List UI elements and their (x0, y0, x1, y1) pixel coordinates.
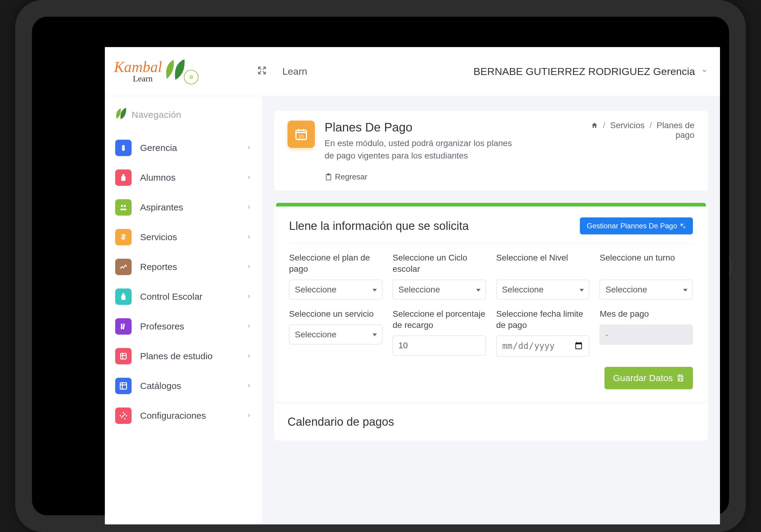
tablet-inner-bezel: Kambal Learn ≡ Lear (32, 17, 729, 515)
nav-label: Catálogos (140, 381, 181, 391)
mes-readonly: - (600, 325, 693, 345)
save-icon (676, 374, 684, 382)
nav-label: Profesores (140, 321, 184, 332)
recargo-label: Seleccione el porcentaje de recargo (393, 308, 486, 331)
sidebar-item-servicios[interactable]: Servicios (111, 222, 256, 252)
app-screen: Kambal Learn ≡ Lear (105, 47, 720, 524)
svg-point-14 (684, 227, 685, 228)
brand-logo[interactable]: Kambal Learn ≡ (114, 57, 257, 86)
sidebar-item-control-escolar[interactable]: Control Escolar (111, 282, 256, 311)
plan-select[interactable]: Seleccione (289, 280, 382, 299)
user-menu[interactable]: BERNABE GUTIERREZ RODRIGUEZ Gerencia (474, 66, 708, 78)
calendar-icon: 15 (287, 121, 315, 148)
nav-label: Gerencia (140, 143, 177, 153)
hamburger-toggle-icon[interactable]: ≡ (184, 70, 199, 84)
sidebar-header: Navegación (113, 107, 256, 123)
svg-rect-8 (120, 383, 127, 389)
leaf-icon (113, 107, 127, 123)
brand-leaves-icon (161, 56, 188, 85)
svg-rect-15 (679, 375, 682, 377)
mes-label: Mes de pago (600, 308, 693, 319)
topbar-breadcrumb[interactable]: Learn (282, 66, 307, 77)
turno-select[interactable]: Seleccione (600, 280, 693, 299)
nav-icon (115, 259, 132, 275)
chevron-right-icon (246, 382, 252, 390)
servicio-label: Seleccione un servicio (289, 308, 382, 319)
sidebar-item-profesores[interactable]: Profesores (111, 311, 256, 341)
nav-icon (115, 170, 132, 186)
chevron-right-icon (246, 293, 252, 301)
nav-icon (115, 378, 132, 394)
chevron-right-icon (246, 263, 252, 271)
chevron-right-icon (246, 352, 252, 360)
chevron-right-icon (246, 322, 252, 331)
brand-name: Kambal (114, 58, 162, 76)
sidebar-item-alumnos[interactable]: Alumnos (111, 163, 256, 192)
svg-rect-4 (121, 295, 126, 300)
nivel-select[interactable]: Seleccione (496, 280, 590, 299)
form-card: Llene la información que se solicita Ges… (274, 203, 708, 441)
breadcrumb-home[interactable] (591, 121, 601, 130)
page-title: Planes De Pago (324, 121, 519, 134)
sidebar-item-planes-de-estudio[interactable]: Planes de estudio (111, 341, 256, 371)
plan-label: Seleccione el plan de pago (289, 252, 382, 275)
svg-point-2 (121, 205, 123, 207)
nav-icon (115, 348, 132, 364)
servicio-select[interactable]: Seleccione (289, 325, 382, 345)
turno-label: Seleccione un turno (600, 252, 693, 275)
clipboard-icon (324, 173, 332, 181)
sidebar-item-aspirantes[interactable]: Aspirantes (111, 192, 256, 222)
sidebar-item-catálogos[interactable]: Catálogos (111, 371, 256, 401)
nav-label: Configuraciones (140, 410, 206, 421)
page-subtitle: En este módulo, usted podrá organizar lo… (324, 137, 519, 162)
sidebar-item-configuraciones[interactable]: Configuraciones (111, 401, 256, 431)
sidebar-item-reportes[interactable]: Reportes (111, 252, 256, 282)
main-content: 15 Planes De Pago En este módulo, usted … (262, 96, 720, 524)
breadcrumb-servicios[interactable]: Servicios (610, 121, 645, 130)
manage-plans-button[interactable]: Gestionar Plannes De Pago (580, 217, 693, 235)
svg-point-3 (124, 205, 126, 207)
fecha-input[interactable] (496, 336, 590, 356)
topbar: Kambal Learn ≡ Lear (105, 47, 720, 96)
svg-point-13 (681, 224, 683, 226)
nav-label: Alumnos (140, 173, 176, 183)
chevron-right-icon (246, 203, 252, 212)
sidebar-item-gerencia[interactable]: Gerencia (111, 133, 256, 163)
calendar-section-title: Calendario de pagos (274, 403, 708, 441)
ciclo-select[interactable]: Seleccione (393, 280, 486, 299)
chevron-down-icon (701, 68, 708, 76)
svg-rect-7 (121, 353, 126, 359)
form-title: Llene la información que se solicita (289, 220, 469, 233)
chevron-right-icon (246, 144, 252, 152)
tablet-bezel: Kambal Learn ≡ Lear (15, 0, 746, 532)
user-name: BERNABE GUTIERREZ RODRIGUEZ Gerencia (474, 66, 695, 78)
chevron-right-icon (246, 411, 252, 420)
accent-strip (276, 203, 706, 206)
breadcrumb: / Servicios / Planes de pago (585, 121, 694, 162)
svg-point-0 (122, 145, 125, 148)
svg-rect-16 (679, 378, 682, 381)
chevron-right-icon (246, 173, 252, 182)
fullscreen-icon[interactable] (257, 65, 267, 78)
page-header-card: 15 Planes De Pago En este módulo, usted … (274, 111, 708, 191)
fecha-label: Seleccione fecha limite de pago (496, 308, 590, 331)
ciclo-label: Seleccione un Ciclo escolar (393, 252, 486, 275)
sidebar: Navegación GerenciaAlumnosAspirantesServ… (105, 96, 262, 524)
save-button[interactable]: Guardar Datos (605, 367, 693, 389)
nav-label: Control Escolar (140, 292, 203, 302)
nav-icon (115, 318, 132, 335)
svg-rect-1 (121, 176, 126, 181)
svg-rect-5 (121, 324, 123, 330)
nav-label: Servicios (140, 232, 177, 242)
nivel-label: Seleccione el Nivel (496, 252, 590, 275)
nav-label: Reportes (140, 262, 177, 272)
nav-icon (115, 140, 132, 156)
nav-icon (115, 289, 132, 305)
gears-icon (679, 223, 686, 229)
recargo-input[interactable] (393, 336, 486, 355)
svg-rect-6 (123, 323, 125, 329)
nav-label: Planes de estudio (140, 351, 213, 361)
back-link[interactable]: Regresar (324, 172, 694, 182)
chevron-right-icon (246, 233, 252, 241)
svg-text:15: 15 (298, 133, 304, 139)
